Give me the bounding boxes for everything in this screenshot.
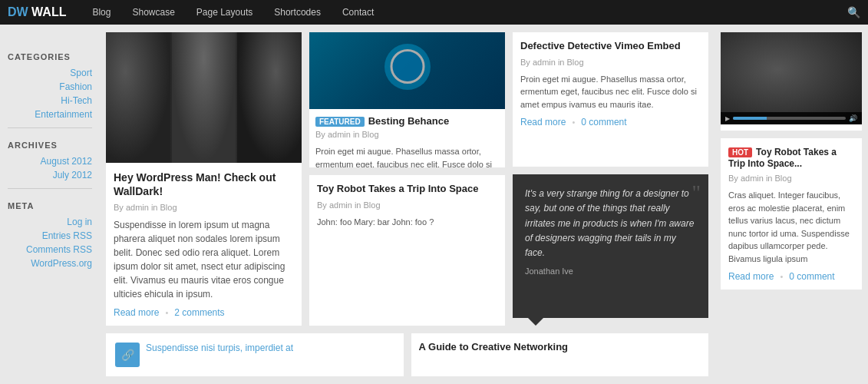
quote-triangle bbox=[528, 318, 543, 326]
defective-read-more[interactable]: Read more bbox=[520, 117, 566, 127]
defective-excerpt: Proin eget mi augue. Phasellus massa ort… bbox=[520, 73, 701, 111]
sidebar-divider-1 bbox=[8, 127, 92, 128]
main-post-footer: Read more • 2 comments bbox=[114, 307, 294, 318]
sidebar-divider-2 bbox=[8, 188, 92, 189]
sidebar: CATEGORIES Sport Fashion Hi-Tech Enterta… bbox=[0, 32, 100, 376]
archives-title: ARCHIVES bbox=[8, 141, 92, 150]
nav-page-layouts[interactable]: Page Layouts bbox=[186, 0, 263, 25]
main-post-title[interactable]: Hey WordPress Man! Check out WallDark! bbox=[114, 170, 294, 198]
hot-badge: HOT bbox=[728, 147, 752, 157]
link-icon: 🔗 bbox=[115, 343, 140, 367]
defective-title[interactable]: Defective Detective Vimeo Embed bbox=[520, 40, 701, 53]
toy-robot-meta: By admin in Blog bbox=[317, 200, 497, 210]
meta-title: META bbox=[8, 201, 92, 210]
right-panel: ▶ ▶ 🔊 HOTToy Robot Takes a Trip Into Spa… bbox=[715, 32, 868, 376]
nav-showcase[interactable]: Showcase bbox=[121, 0, 185, 25]
quote-text: It's a very strange thing for a designer… bbox=[525, 187, 696, 260]
sidebar-item-fashion[interactable]: Fashion bbox=[8, 81, 92, 92]
link-card: 🔗 Suspendisse nisi turpis, imperdiet at bbox=[106, 333, 404, 376]
sidebar-item-entries-rss[interactable]: Entries RSS bbox=[8, 230, 92, 241]
col2-wrapper: FEATUREDBesting Behance By admin in Blog… bbox=[309, 32, 505, 326]
featured-badge: FEATUREDBesting Behance bbox=[315, 115, 499, 127]
hot-post-read-more[interactable]: Read more bbox=[728, 271, 774, 282]
logo-wall: WALL bbox=[28, 5, 67, 18]
main-post-image bbox=[106, 32, 302, 163]
search-icon[interactable]: 🔍 bbox=[847, 6, 860, 18]
featured-post-card: FEATUREDBesting Behance By admin in Blog… bbox=[309, 32, 505, 167]
main-content: Hey WordPress Man! Check out WallDark! B… bbox=[100, 32, 715, 376]
video-controls: ▶ 🔊 bbox=[721, 112, 862, 124]
hot-post-footer: Read more • 0 comment bbox=[728, 271, 854, 282]
sidebar-item-august[interactable]: August 2012 bbox=[8, 156, 92, 167]
sidebar-item-hitech[interactable]: Hi-Tech bbox=[8, 95, 92, 106]
volume-icon[interactable]: 🔊 bbox=[849, 114, 857, 122]
page-wrapper: CATEGORIES Sport Fashion Hi-Tech Enterta… bbox=[0, 25, 868, 384]
video-placeholder[interactable]: ▶ ▶ 🔊 bbox=[721, 32, 862, 124]
featured-post-meta: By admin in Blog bbox=[315, 130, 499, 139]
sidebar-item-july[interactable]: July 2012 bbox=[8, 170, 92, 180]
progress-fill bbox=[733, 117, 767, 120]
sidebar-item-login[interactable]: Log in bbox=[8, 217, 92, 227]
sidebar-item-wordpress[interactable]: WordPress.org bbox=[8, 258, 92, 269]
featured-post-excerpt: Proin eget mi augue. Phasellus massa ort… bbox=[315, 145, 499, 167]
logo[interactable]: DW WALL bbox=[8, 5, 66, 19]
logo-dw: DW bbox=[8, 5, 28, 18]
toy-robot-card: Toy Robot Takes a Trip Into Space By adm… bbox=[309, 175, 505, 326]
guide-title[interactable]: A Guide to Creative Networking bbox=[419, 341, 701, 354]
featured-post-title[interactable]: Besting Behance bbox=[368, 115, 449, 127]
defective-meta: By admin in Blog bbox=[520, 58, 701, 67]
col3-wrapper: Defective Detective Vimeo Embed By admin… bbox=[513, 32, 708, 326]
header: DW WALL Blog Showcase Page Layouts Short… bbox=[0, 0, 868, 25]
sidebar-item-comments-rss[interactable]: Comments RSS bbox=[8, 244, 92, 255]
play-control[interactable]: ▶ bbox=[725, 115, 730, 122]
main-post-excerpt: Suspendisse in lorem ipsum ut magna phar… bbox=[114, 218, 294, 301]
hot-post-meta: By admin in Blog bbox=[728, 174, 854, 183]
defective-comments[interactable]: 0 comment bbox=[581, 117, 626, 127]
toy-robot-excerpt: John: foo Mary: bar John: foo ? bbox=[317, 216, 497, 229]
quote-author: Jonathan Ive bbox=[525, 266, 696, 276]
defective-footer: Read more • 0 comment bbox=[520, 117, 701, 127]
defective-card: Defective Detective Vimeo Embed By admin… bbox=[513, 32, 708, 167]
video-card: ▶ ▶ 🔊 bbox=[721, 32, 862, 131]
guide-card: A Guide to Creative Networking bbox=[411, 333, 709, 376]
quote-block: " It's a very strange thing for a design… bbox=[513, 174, 708, 318]
hot-post-comments[interactable]: 0 comment bbox=[789, 271, 834, 282]
featured-badge-label: FEATURED bbox=[315, 117, 365, 127]
hot-post-excerpt: Cras aliquet. Integer faucibus, eros ac … bbox=[728, 189, 854, 265]
nav-shortcodes[interactable]: Shortcodes bbox=[263, 0, 332, 25]
quote-mark: " bbox=[692, 180, 701, 205]
toy-robot-title[interactable]: Toy Robot Takes a Trip Into Space bbox=[317, 183, 497, 196]
main-post-read-more[interactable]: Read more bbox=[114, 307, 159, 318]
featured-post-image bbox=[309, 32, 505, 109]
main-nav: Blog Showcase Page Layouts Shortcodes Co… bbox=[81, 0, 384, 25]
main-post-card: Hey WordPress Man! Check out WallDark! B… bbox=[106, 32, 302, 326]
main-post-comments[interactable]: 2 comments bbox=[174, 307, 224, 318]
link-card-text[interactable]: Suspendisse nisi turpis, imperdiet at bbox=[146, 343, 293, 367]
sidebar-item-entertainment[interactable]: Entertainment bbox=[8, 109, 92, 120]
sidebar-item-sport[interactable]: Sport bbox=[8, 68, 92, 78]
hot-post-card: HOTToy Robot Takes a Trip Into Space... … bbox=[721, 138, 862, 290]
nav-contact[interactable]: Contact bbox=[332, 0, 384, 25]
categories-title: CATEGORIES bbox=[8, 52, 92, 61]
nav-blog[interactable]: Blog bbox=[81, 0, 121, 25]
progress-bar[interactable] bbox=[733, 117, 846, 120]
main-post-meta: By admin in Blog bbox=[114, 203, 294, 212]
